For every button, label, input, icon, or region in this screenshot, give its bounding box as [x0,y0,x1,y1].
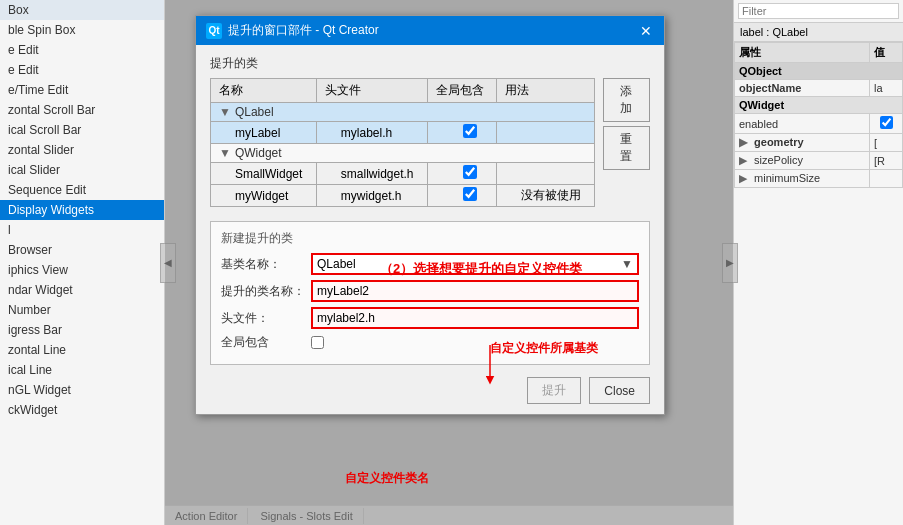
sidebar-item-edit1[interactable]: e Edit [0,40,164,60]
sidebar-item-l[interactable]: l [0,220,164,240]
val-minsize [870,170,903,188]
table-side-buttons: 添加 重置 [603,78,650,170]
base-class-label: 基类名称： [221,256,311,273]
reset-button[interactable]: 重置 [603,126,650,170]
base-class-row: 基类名称： QLabel ▼ [221,253,639,275]
col-global: 全局包含 [428,79,497,103]
global-include-label: 全局包含 [221,334,311,351]
header-file-input[interactable] [311,307,639,329]
prop-objectname: objectName [735,80,870,97]
sidebar-item-edit2[interactable]: e Edit [0,60,164,80]
expand-icon3[interactable]: ▶ [739,172,747,184]
group-qwidget[interactable]: ▼QWidget [211,144,595,163]
dialog-titlebar: Qt 提升的窗口部件 - Qt Creator ✕ [196,16,664,45]
form-title: 新建提升的类 [221,230,639,247]
val-objectname: la [870,80,903,97]
header-file-label: 头文件： [221,310,311,327]
sidebar-item-vslider[interactable]: ical Slider [0,160,164,180]
child-mywidget-name[interactable]: myWidget [211,185,317,207]
child-mylabel-global[interactable] [428,122,497,144]
child-mywidget-usage: 没有被使用 [496,185,594,207]
global-include-checkbox[interactable] [311,336,324,349]
add-button[interactable]: 添加 [603,78,650,122]
sidebar-item-seqedit[interactable]: Sequence Edit [0,180,164,200]
filter-row [734,0,903,23]
col-header: 头文件 [316,79,427,103]
group-qlabel[interactable]: ▼QLabel [211,103,595,122]
dialog-body: 提升的类 名称 头文件 全局包含 用法 ▼QLabel [196,45,664,414]
prop-minsize: ▶ minimumSize [735,170,870,188]
combo-arrow-icon: ▼ [621,257,633,271]
close-button[interactable]: Close [589,377,650,404]
sidebar-item-spinbox[interactable]: ble Spin Box [0,20,164,40]
child-smallwidget-header: smallwidget.h [316,163,427,185]
child-mylabel-usage [496,122,594,144]
sidebar-item-number[interactable]: Number [0,300,164,320]
child-mylabel-name[interactable]: myLabel [211,122,317,144]
value-header: 值 [870,43,903,63]
properties-table: 属性 值 QObject objectName la QWidget enabl… [734,42,903,188]
sidebar-item-dock[interactable]: ckWidget [0,400,164,420]
prop-enabled: enabled [735,114,870,134]
sidebar-item-browser[interactable]: Browser [0,240,164,260]
val-sizepolicy: [R [870,152,903,170]
widget-label: label : QLabel [734,23,903,42]
sidebar-item-progress[interactable]: igress Bar [0,320,164,340]
qwidget-section: QWidget [735,97,903,114]
properties-panel: label : QLabel 属性 值 QObject objectName l… [733,0,903,525]
col-name: 名称 [211,79,317,103]
class-table: 名称 头文件 全局包含 用法 ▼QLabel myLabel [210,78,595,207]
qobject-section: QObject [735,63,903,80]
dialog-close-button[interactable]: ✕ [638,23,654,39]
prop-geometry: ▶ geometry [735,134,870,152]
dialog-bottom-buttons: 提升 Close [210,373,650,404]
prop-sizepolicy: ▶ sizePolicy [735,152,870,170]
sidebar-item-graphics[interactable]: iphics View [0,260,164,280]
sidebar-item-vline[interactable]: ical Line [0,360,164,380]
val-geometry: [ [870,134,903,152]
sidebar-item-hline[interactable]: zontal Line [0,340,164,360]
promote-dialog: Qt 提升的窗口部件 - Qt Creator ✕ 提升的类 名称 头文件 全局… [195,15,665,415]
widget-sidebar: Box ble Spin Box e Edit e Edit e/Time Ed… [0,0,165,525]
col-usage: 用法 [496,79,594,103]
qlabel-expand[interactable]: ▼ [219,105,231,119]
qt-icon: Qt [206,23,222,39]
sidebar-item-datetime[interactable]: e/Time Edit [0,80,164,100]
child-smallwidget-usage [496,163,594,185]
child-smallwidget-name[interactable]: SmallWidget [211,163,317,185]
base-class-combo[interactable]: QLabel ▼ [311,253,639,275]
sidebar-item-display[interactable]: Display Widgets [0,200,164,220]
sidebar-item-hscroll[interactable]: zontal Scroll Bar [0,100,164,120]
sidebar-item-vscroll[interactable]: ical Scroll Bar [0,120,164,140]
sidebar-item-box[interactable]: Box [0,0,164,20]
sidebar-item-hslider[interactable]: zontal Slider [0,140,164,160]
global-include-row: 全局包含 [221,334,639,351]
promoted-class-label: 提升的类名称： [221,283,311,300]
child-mywidget-global[interactable] [428,185,497,207]
promote-button[interactable]: 提升 [527,377,581,404]
header-file-row: 头文件： [221,307,639,329]
expand-icon[interactable]: ▶ [739,136,747,148]
titlebar-left: Qt 提升的窗口部件 - Qt Creator [206,22,379,39]
qwidget-expand[interactable]: ▼ [219,146,231,160]
sidebar-item-opengl[interactable]: nGL Widget [0,380,164,400]
new-class-form: 新建提升的类 基类名称： QLabel ▼ 提升的类名称： 头文件： 全局包含 [210,221,650,365]
promoted-class-row: 提升的类名称： [221,280,639,302]
child-mylabel-header: mylabel.h [316,122,427,144]
base-class-value: QLabel [317,257,356,271]
prop-header: 属性 [735,43,870,63]
filter-input[interactable] [738,3,899,19]
promoted-class-input[interactable] [311,280,639,302]
dialog-title: 提升的窗口部件 - Qt Creator [228,22,379,39]
section-label: 提升的类 [210,55,650,72]
child-smallwidget-global[interactable] [428,163,497,185]
expand-icon2[interactable]: ▶ [739,154,747,166]
child-mywidget-header: mywidget.h [316,185,427,207]
sidebar-item-calendar[interactable]: ndar Widget [0,280,164,300]
val-enabled[interactable] [870,114,903,134]
